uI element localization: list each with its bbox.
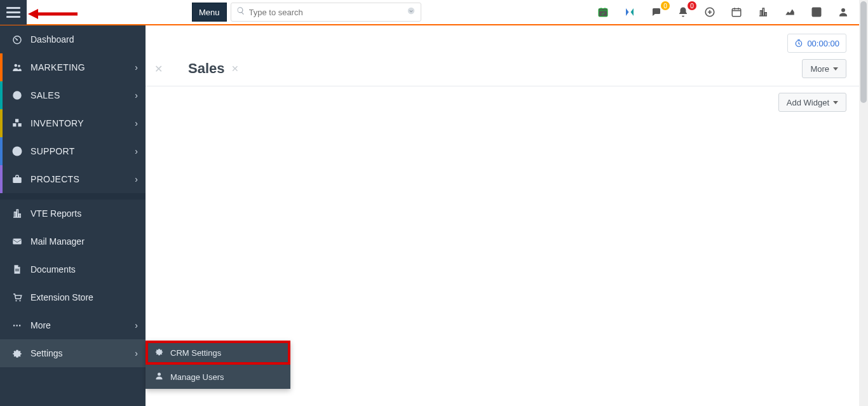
sidebar-item-more[interactable]: More› [0,311,146,339]
sidebar-item-marketing[interactable]: MARKETING› [0,53,146,81]
svg-rect-21 [15,271,19,271]
search-input[interactable] [249,8,407,17]
search-icon [236,6,245,18]
svg-rect-24 [13,325,15,326]
timer-widget[interactable]: 00:00:00 [787,34,846,53]
user-icon [154,371,164,382]
barchart-icon [10,208,24,219]
gear-icon [10,348,24,359]
svg-rect-19 [13,239,22,245]
bar-chart-icon[interactable] [756,5,770,19]
search-dropdown-icon[interactable] [407,6,416,18]
sidebar-item-settings[interactable]: Settings› [0,339,146,367]
chevron-right-icon: › [135,90,138,100]
gear-icon [154,347,164,358]
target-icon [10,90,24,101]
sidebar-item-vte-reports[interactable]: VTE Reports [0,200,146,227]
chat-badge: 0 [661,1,670,10]
sidebar-item-label: Mail Manager [31,236,85,247]
sidebar-item-inventory[interactable]: INVENTORY› [0,109,146,137]
submenu-item-crm-settings[interactable]: CRM Settings [146,341,290,365]
svg-point-23 [19,300,20,301]
add-widget-label: Add Widget [787,98,829,107]
sidebar-item-label: Extension Store [31,292,93,302]
user-icon[interactable] [836,5,850,19]
document-icon [10,264,24,275]
chevron-right-icon: › [135,320,138,330]
svg-point-0 [407,8,414,15]
page-header: ✕ Sales ✕ More [146,53,859,86]
area-chart-icon[interactable] [783,5,797,19]
submenu-item-label: CRM Settings [170,348,221,358]
add-widget-button[interactable]: Add Widget [778,93,846,112]
menu-button-label: Menu [199,8,220,17]
more-label: More [810,64,829,74]
chevron-right-icon: › [135,174,138,184]
chevron-right-icon: › [135,146,138,156]
chevron-right-icon: › [135,348,138,358]
briefcase-icon [10,173,24,185]
sidebar-item-label: More [31,320,51,330]
svg-rect-15 [15,119,18,122]
group-icon [10,62,24,73]
sidebar-item-support[interactable]: SUPPORT› [0,137,146,165]
sidebar-item-mail-manager[interactable]: Mail Manager [0,227,146,255]
svg-rect-13 [13,123,16,126]
sidebar-item-label: PROJECTS [31,174,79,184]
page-scrollbar[interactable] [859,0,868,406]
gauge-icon [10,34,24,45]
sidebar-item-projects[interactable]: PROJECTS› [0,165,146,193]
hamburger-menu-button[interactable] [0,0,27,25]
chevron-right-icon: › [135,62,138,72]
checkbox-icon[interactable] [810,5,824,19]
svg-point-28 [158,373,161,376]
global-search[interactable] [231,3,421,22]
calendar-check-icon[interactable] [596,5,610,19]
top-icon-bar: 0 0 [596,0,859,25]
sidebar-item-label: SUPPORT [31,146,75,156]
add-icon[interactable] [703,5,717,19]
chat-icon[interactable]: 0 [649,5,663,19]
settings-submenu: CRM SettingsManage Users [146,341,290,389]
more-button[interactable]: More [802,59,846,78]
sidebar-item-label: Settings [31,348,63,358]
page-title: Sales [188,60,225,77]
lifebuoy-icon [10,145,24,157]
app-logo-icon[interactable] [623,5,637,19]
svg-point-17 [15,149,19,153]
svg-rect-14 [18,123,22,126]
submenu-item-manage-users[interactable]: Manage Users [146,365,290,389]
dots-icon [10,320,24,331]
clock-icon [794,39,803,48]
sidebar-item-label: MARKETING [31,62,85,72]
sidebar-item-label: SALES [31,90,60,100]
chevron-down-icon [833,101,838,104]
sidebar-item-documents[interactable]: Documents [0,255,146,283]
chevron-down-icon [833,67,838,71]
svg-rect-26 [19,325,20,326]
bell-icon[interactable]: 0 [676,5,690,19]
sidebar-item-dashboard[interactable]: Dashboard [0,25,146,53]
svg-rect-3 [732,9,741,17]
svg-point-5 [841,8,845,12]
calendar-icon[interactable] [729,5,743,19]
svg-rect-20 [15,269,19,269]
sidebar-item-label: INVENTORY [31,118,84,128]
sidebar-divider [0,193,146,200]
sidebar-item-sales[interactable]: SALES› [0,81,146,109]
svg-point-12 [17,95,18,96]
svg-point-7 [17,39,18,41]
svg-point-22 [15,300,17,301]
menu-button[interactable]: Menu [192,3,227,22]
sidebar-item-extension-store[interactable]: Extension Store [0,283,146,311]
close-left-icon[interactable]: ✕ [154,63,163,75]
close-title-icon[interactable]: ✕ [231,64,239,74]
submenu-item-label: Manage Users [170,372,224,382]
timer-value: 00:00:00 [807,39,839,48]
boxes-icon [10,118,24,129]
svg-point-8 [15,64,18,67]
envelope-icon [10,236,24,247]
sidebar-item-label: VTE Reports [31,208,81,219]
sidebar-item-label: Documents [31,264,76,274]
svg-point-9 [18,65,20,67]
